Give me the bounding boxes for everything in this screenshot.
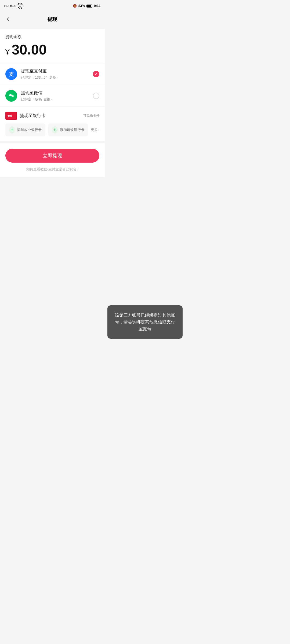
bank-header: 银联 提现至银行卡 可免输卡号 — [5, 112, 99, 120]
wechat-option[interactable]: 提现至微信 已绑定：杨杨 更换 › — [0, 85, 105, 107]
amount-number: 30.00 — [12, 43, 47, 57]
wechat-sub: 已绑定：杨杨 更换 › — [21, 97, 93, 102]
add-agricultural-bank-btn[interactable]: 添加农业银行卡 — [5, 123, 45, 136]
status-bar: HD 4G↑↓ 410K/s 🔕 83% 9:14 — [0, 0, 105, 12]
hd-label: HD — [4, 4, 9, 8]
help-arrow-icon: › — [77, 167, 78, 171]
back-arrow-icon — [7, 17, 10, 21]
time-label: 9:14 — [94, 4, 100, 8]
alipay-info: 提现至支付宝 已绑定：133...54 更换 › — [21, 68, 93, 80]
alipay-icon: 支 — [5, 68, 17, 80]
wechat-bound-text: 已绑定：杨杨 — [21, 97, 42, 102]
more-arrow-icon: › — [98, 128, 99, 132]
wechat-icon — [5, 90, 17, 102]
alipay-bound-text: 已绑定：133...54 — [21, 75, 48, 80]
battery-icon — [86, 5, 92, 8]
svg-point-6 — [13, 96, 13, 96]
svg-rect-11 — [11, 130, 13, 130]
svg-point-3 — [10, 95, 10, 96]
add-agricultural-label: 添加农业银行卡 — [17, 127, 42, 132]
submit-button[interactable]: 立即提现 — [5, 149, 99, 163]
bank-cards-row: 添加农业银行卡 添加建设银行卡 更多 › — [5, 123, 99, 141]
svg-rect-14 — [53, 130, 56, 130]
alipay-radio[interactable]: ✓ — [93, 71, 99, 77]
alipay-sub: 已绑定：133...54 更换 › — [21, 75, 93, 80]
add-construction-label: 添加建设银行卡 — [60, 127, 84, 132]
unionpay-icon: 银联 — [5, 112, 17, 120]
add-construction-icon — [52, 126, 58, 134]
alipay-option[interactable]: 支 提现至支付宝 已绑定：133...54 更换 › ✓ — [0, 63, 105, 85]
amount-value: ¥ 30.00 — [5, 43, 99, 57]
add-agricultural-icon — [9, 126, 15, 134]
status-left: HD 4G↑↓ 410K/s — [4, 3, 23, 9]
alipay-name: 提现至支付宝 — [21, 68, 93, 74]
wechat-info: 提现至微信 已绑定：杨杨 更换 › — [21, 90, 93, 102]
back-button[interactable] — [4, 15, 13, 24]
amount-label: 提现金额 — [5, 34, 99, 39]
free-input-badge: 可免输卡号 — [83, 114, 99, 118]
svg-text:支: 支 — [9, 72, 14, 77]
check-icon: ✓ — [95, 72, 98, 76]
wechat-change-btn[interactable]: 更换 › — [44, 97, 52, 102]
change-arrow-icon: › — [57, 76, 58, 79]
add-construction-bank-btn[interactable]: 添加建设银行卡 — [48, 123, 88, 136]
bank-section: 银联 提现至银行卡 可免输卡号 添加农业银行卡 — [0, 107, 105, 141]
currency-symbol: ¥ — [5, 48, 10, 56]
more-link[interactable]: 更多 › — [91, 123, 99, 136]
bank-title-row: 银联 提现至银行卡 — [5, 112, 46, 120]
svg-point-4 — [11, 95, 11, 96]
amount-section: 提现金额 ¥ 30.00 — [0, 29, 105, 63]
bank-title: 提现至银行卡 — [20, 113, 46, 119]
wechat-radio[interactable] — [93, 93, 99, 99]
wechat-name: 提现至微信 — [21, 90, 93, 96]
wechat-change-arrow-icon: › — [51, 98, 52, 101]
svg-point-1 — [9, 94, 12, 96]
nav-bar: 提现 — [0, 12, 105, 27]
submit-section: 立即提现 如何查看微信/支付宝是否已实名 › — [0, 143, 105, 177]
speed-label: 410K/s — [18, 3, 23, 9]
help-link[interactable]: 如何查看微信/支付宝是否已实名 › — [5, 167, 99, 172]
svg-point-5 — [12, 96, 13, 96]
battery-percent: 83% — [78, 4, 85, 8]
bell-icon: 🔕 — [73, 4, 77, 8]
svg-point-2 — [12, 95, 14, 97]
status-right: 🔕 83% 9:14 — [73, 4, 100, 8]
page-title: 提现 — [48, 16, 57, 23]
alipay-change-btn[interactable]: 更换 › — [49, 75, 58, 80]
payment-section: 支 提现至支付宝 已绑定：133...54 更换 › ✓ — [0, 63, 105, 141]
signal-label: 4G↑↓ — [10, 4, 17, 8]
svg-text:银联: 银联 — [7, 115, 13, 117]
